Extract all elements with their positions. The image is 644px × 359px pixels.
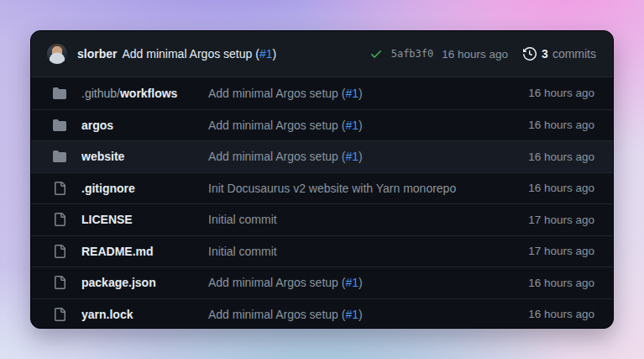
check-icon[interactable] [369, 47, 383, 61]
row-commit-message-text: Add minimal Argos setup ( [208, 150, 345, 163]
file-name[interactable]: argos [81, 119, 208, 132]
file-row[interactable]: yarn.lock Add minimal Argos setup (#1) 1… [31, 298, 613, 330]
file-base-name[interactable]: yarn.lock [81, 308, 133, 321]
row-commit-message-text: Initial commit [208, 245, 277, 258]
file-icon [53, 245, 66, 258]
pr-link[interactable]: #1 [259, 47, 273, 61]
file-row[interactable]: LICENSE Initial commit 17 hours ago [31, 203, 613, 235]
row-commit-time: 16 hours ago [528, 308, 594, 320]
file-name[interactable]: .gitignore [81, 182, 208, 195]
repo-file-browser: slorber Add minimal Argos setup (#1) 5af… [30, 30, 614, 329]
folder-icon [53, 119, 66, 132]
pr-link[interactable]: #1 [345, 87, 359, 100]
file-base-name[interactable]: README.md [81, 245, 154, 258]
pr-link[interactable]: #1 [345, 276, 359, 289]
file-name[interactable]: README.md [81, 245, 208, 258]
file-base-name[interactable]: workflows [120, 87, 177, 100]
row-commit-message[interactable]: Add minimal Argos setup (#1) [208, 150, 515, 163]
file-icon [53, 182, 66, 195]
file-icon [53, 276, 66, 289]
folder-icon [53, 87, 66, 100]
file-name[interactable]: LICENSE [81, 213, 208, 226]
folder-icon [53, 150, 66, 163]
row-commit-message-suffix: ) [359, 308, 363, 321]
row-commit-message-suffix: ) [359, 119, 363, 132]
row-commit-message-text: Initial commit [208, 213, 277, 226]
file-row[interactable]: .github/workflows Add minimal Argos setu… [31, 77, 613, 109]
file-base-name[interactable]: website [81, 150, 124, 163]
row-commit-time: 16 hours ago [528, 150, 594, 163]
row-commit-message[interactable]: Add minimal Argos setup (#1) [208, 308, 515, 321]
row-commit-time: 16 hours ago [528, 182, 594, 194]
file-row[interactable]: README.md Initial commit 17 hours ago [31, 235, 613, 267]
row-commit-time: 16 hours ago [528, 87, 594, 99]
file-base-name[interactable]: package.json [81, 276, 156, 289]
pr-link[interactable]: #1 [345, 119, 359, 132]
file-row[interactable]: argos Add minimal Argos setup (#1) 16 ho… [31, 109, 613, 141]
file-table: .github/workflows Add minimal Argos setu… [31, 77, 613, 329]
file-row[interactable]: package.json Add minimal Argos setup (#1… [31, 267, 613, 298]
row-commit-message-text: Add minimal Argos setup ( [208, 87, 345, 100]
commit-message-text: Add minimal Argos setup ( [122, 47, 259, 61]
commit-author[interactable]: slorber [77, 47, 117, 61]
file-base-name[interactable]: .gitignore [81, 182, 135, 195]
row-commit-message-text: Add minimal Argos setup ( [208, 276, 345, 289]
file-name[interactable]: website [81, 150, 208, 163]
file-base-name[interactable]: argos [81, 119, 113, 132]
commit-time: 16 hours ago [442, 48, 508, 61]
row-commit-message-text: Add minimal Argos setup ( [208, 119, 345, 132]
row-commit-message-suffix: ) [359, 150, 363, 163]
history-icon [523, 47, 537, 61]
row-commit-message-text: Init Docusaurus v2 website with Yarn mon… [208, 182, 456, 195]
row-commit-message[interactable]: Add minimal Argos setup (#1) [208, 119, 515, 132]
avatar[interactable] [47, 44, 67, 64]
row-commit-message[interactable]: Add minimal Argos setup (#1) [208, 276, 515, 289]
row-commit-time: 16 hours ago [528, 119, 594, 131]
file-row[interactable]: website Add minimal Argos setup (#1) 16 … [31, 140, 613, 172]
commit-history-link[interactable]: 3 commits [523, 47, 596, 61]
file-path-prefix[interactable]: .github/ [81, 87, 120, 100]
pr-link[interactable]: #1 [345, 308, 359, 321]
row-commit-message[interactable]: Initial commit [208, 213, 515, 226]
row-commit-message[interactable]: Init Docusaurus v2 website with Yarn mon… [208, 182, 515, 195]
file-icon [53, 308, 66, 321]
row-commit-time: 17 hours ago [528, 245, 594, 257]
commit-message-suffix: ) [272, 47, 276, 61]
row-commit-message-suffix: ) [359, 87, 363, 100]
file-name[interactable]: package.json [81, 276, 208, 289]
commit-meta: 5afb3f0 16 hours ago 3 commits [369, 47, 596, 61]
commits-label: commits [552, 47, 596, 61]
file-name[interactable]: yarn.lock [81, 308, 208, 321]
row-commit-time: 17 hours ago [528, 214, 594, 226]
commit-hash[interactable]: 5afb3f0 [391, 48, 434, 60]
pr-link[interactable]: #1 [345, 150, 359, 163]
latest-commit-message[interactable]: Add minimal Argos setup (#1) [122, 47, 276, 61]
file-row[interactable]: .gitignore Init Docusaurus v2 website wi… [31, 172, 613, 204]
row-commit-message-text: Add minimal Argos setup ( [208, 308, 345, 321]
row-commit-message[interactable]: Add minimal Argos setup (#1) [208, 87, 515, 100]
file-icon [53, 213, 66, 226]
commits-count: 3 [542, 47, 548, 61]
file-name[interactable]: .github/workflows [81, 87, 208, 100]
latest-commit-header: slorber Add minimal Argos setup (#1) 5af… [31, 31, 613, 77]
row-commit-message-suffix: ) [359, 276, 363, 289]
row-commit-time: 16 hours ago [528, 277, 594, 289]
row-commit-message[interactable]: Initial commit [208, 245, 515, 258]
file-base-name[interactable]: LICENSE [81, 213, 133, 226]
